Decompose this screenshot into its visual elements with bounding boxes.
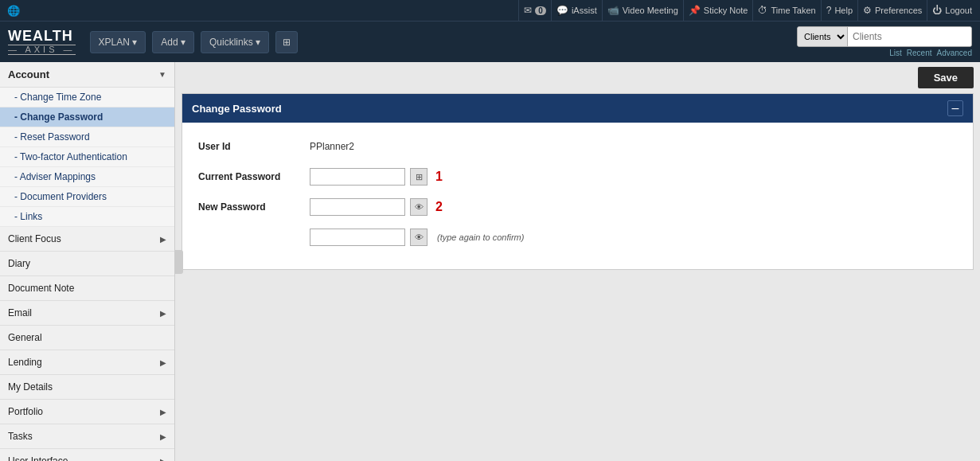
quicklinks-button[interactable]: Quicklinks ▾ — [201, 31, 269, 53]
logo: WEALTH — AXIS — — [8, 29, 76, 55]
mail-icon: ✉ — [524, 5, 532, 16]
sidebar-section-general[interactable]: General — [0, 326, 174, 350]
search-type-select[interactable]: Clients — [798, 27, 848, 46]
logout-label: Logout — [945, 6, 972, 15]
user-interface-arrow-icon: ▶ — [160, 457, 166, 462]
change-password-panel: Change Password – User Id PPlanner2 Curr… — [182, 93, 974, 270]
logout-icon: ⏻ — [932, 5, 942, 16]
confirm-password-icon[interactable]: 👁 — [410, 229, 428, 246]
mail-badge: 0 — [535, 6, 546, 15]
video-icon: 📹 — [607, 5, 619, 16]
time-taken-item[interactable]: ⏱ Time Taken — [752, 0, 820, 21]
sidebar-section-account[interactable]: Account ▼ — [0, 62, 174, 88]
sticky-icon: 📌 — [689, 5, 701, 16]
sidebar-section-my-details[interactable]: My Details — [0, 375, 174, 400]
sidebar-section-client-focus[interactable]: Client Focus ▶ — [0, 227, 174, 252]
client-focus-arrow-icon: ▶ — [160, 235, 166, 244]
portfolio-arrow-icon: ▶ — [160, 408, 166, 416]
current-password-step: 1 — [435, 170, 443, 184]
confirm-hint: (type again to confirm) — [437, 232, 524, 242]
iassist-label: iAssist — [572, 6, 597, 15]
sidebar-item-adviser-mappings[interactable]: - Adviser Mappings — [0, 167, 174, 187]
time-icon: ⏱ — [758, 5, 767, 16]
xplan-button[interactable]: XPLAN ▾ — [90, 31, 146, 53]
confirm-password-input[interactable] — [310, 229, 405, 246]
account-section-label: Account — [8, 68, 49, 80]
recent-link[interactable]: Recent — [907, 49, 932, 57]
panel-body: User Id PPlanner2 Current Password ⊞ 1 — [182, 123, 973, 269]
header-bar: WEALTH — AXIS — XPLAN ▾ Add ▾ Quicklinks… — [0, 21, 980, 62]
sidebar-section-tasks[interactable]: Tasks ▶ — [0, 424, 174, 449]
new-password-input[interactable] — [310, 198, 405, 216]
new-password-icon[interactable]: 👁 — [410, 198, 428, 216]
logout-item[interactable]: ⏻ Logout — [927, 0, 977, 21]
globe-icon[interactable]: 🌐 — [3, 0, 24, 21]
mail-item[interactable]: ✉ 0 — [518, 0, 551, 21]
top-bar: 🌐 ✉ 0 💬 iAssist 📹 Video Meeting 📌 Sticky… — [0, 0, 980, 21]
current-password-label: Current Password — [198, 171, 310, 182]
sidebar-section-email[interactable]: Email ▶ — [0, 301, 174, 326]
save-btn-area: Save — [175, 62, 980, 93]
sticky-note-item[interactable]: 📌 Sticky Note — [683, 0, 753, 21]
new-password-step: 2 — [435, 200, 443, 214]
user-id-label: User Id — [198, 141, 310, 152]
sidebar-item-reset-password[interactable]: - Reset Password — [0, 127, 174, 147]
search-input[interactable] — [848, 27, 972, 46]
preferences-icon: ⚙ — [863, 5, 872, 16]
panel-title: Change Password — [192, 103, 282, 115]
panel-header: Change Password – — [182, 94, 973, 123]
iassist-item[interactable]: 💬 iAssist — [551, 0, 602, 21]
iassist-icon: 💬 — [556, 5, 568, 16]
sidebar-item-links[interactable]: - Links — [0, 207, 174, 227]
email-arrow-icon: ▶ — [160, 309, 166, 318]
content-area: Save Change Password – User Id PPlanner2 — [175, 62, 980, 461]
time-label: Time Taken — [771, 6, 815, 15]
confirm-password-row: 👁 (type again to confirm) — [198, 226, 957, 248]
video-meeting-item[interactable]: 📹 Video Meeting — [602, 0, 683, 21]
current-password-icon[interactable]: ⊞ — [410, 168, 428, 186]
sticky-label: Sticky Note — [704, 6, 748, 15]
grid-button[interactable]: ⊞ — [275, 31, 298, 53]
video-label: Video Meeting — [623, 6, 678, 15]
preferences-label: Preferences — [875, 6, 922, 15]
logo-axis: — AXIS — — [8, 45, 76, 55]
sidebar-section-user-interface[interactable]: User Interface ▶ — [0, 449, 174, 461]
current-password-wrap: ⊞ 1 — [310, 168, 443, 186]
new-password-row: New Password 👁 2 — [198, 196, 957, 218]
search-bar: Clients 🔍 — [797, 26, 972, 47]
panel-collapse-button[interactable]: – — [947, 100, 963, 116]
sidebar-item-change-timezone[interactable]: - Change Time Zone — [0, 88, 174, 107]
new-password-wrap: 👁 2 — [310, 198, 443, 216]
sidebar-item-document-providers[interactable]: - Document Providers — [0, 187, 174, 207]
add-button[interactable]: Add ▾ — [152, 31, 194, 53]
sidebar-section-portfolio[interactable]: Portfolio ▶ — [0, 400, 174, 424]
search-area: Clients 🔍 List Recent Advanced — [797, 26, 972, 57]
help-icon: ? — [826, 5, 832, 16]
sidebar-item-two-factor[interactable]: - Two-factor Authentication — [0, 147, 174, 167]
preferences-item[interactable]: ⚙ Preferences — [857, 0, 927, 21]
tasks-arrow-icon: ▶ — [160, 432, 166, 441]
help-label: Help — [834, 6, 853, 15]
user-id-value: PPlanner2 — [310, 141, 354, 152]
current-password-input[interactable] — [310, 168, 405, 186]
sidebar-item-change-password[interactable]: - Change Password — [0, 107, 174, 127]
save-button[interactable]: Save — [918, 67, 974, 88]
sidebar: Account ▼ - Change Time Zone - Change Pa… — [0, 62, 175, 461]
sidebar-section-lending[interactable]: Lending ▶ — [0, 350, 174, 375]
account-arrow-icon: ▼ — [158, 70, 166, 79]
lending-arrow-icon: ▶ — [160, 358, 166, 367]
top-bar-right: ✉ 0 💬 iAssist 📹 Video Meeting 📌 Sticky N… — [518, 0, 977, 21]
sidebar-section-document-note[interactable]: Document Note — [0, 276, 174, 301]
help-item[interactable]: ? Help — [821, 0, 857, 21]
search-links: List Recent Advanced — [889, 49, 972, 57]
sidebar-section-diary[interactable]: Diary — [0, 252, 174, 276]
new-password-label: New Password — [198, 201, 310, 213]
user-id-row: User Id PPlanner2 — [198, 135, 957, 158]
logo-top: WEALTH — [8, 28, 73, 44]
list-link[interactable]: List — [889, 49, 902, 57]
confirm-password-wrap: 👁 (type again to confirm) — [310, 229, 524, 246]
current-password-row: Current Password ⊞ 1 — [198, 166, 957, 188]
scroll-indicator — [175, 250, 183, 274]
top-bar-left: 🌐 — [3, 0, 24, 21]
advanced-link[interactable]: Advanced — [937, 49, 972, 57]
